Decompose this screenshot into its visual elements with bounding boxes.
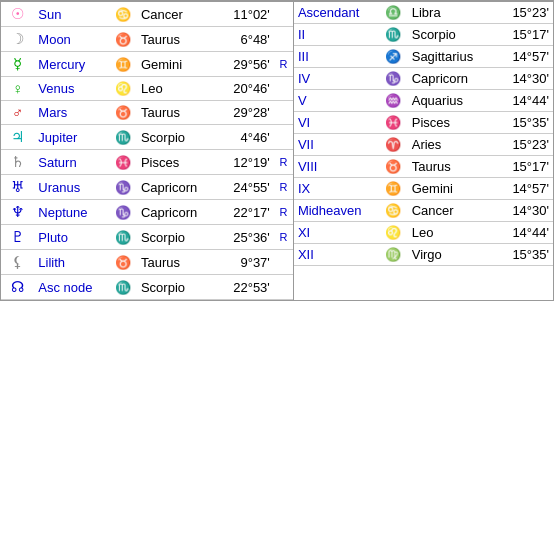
house-sign-name: Aries — [408, 134, 494, 156]
house-sign-icon: ♈ — [379, 134, 408, 156]
house-name: II — [294, 24, 379, 46]
planet-name: Mercury — [34, 52, 108, 77]
planet-name: Venus — [34, 77, 108, 101]
planet-degree: 24°55' — [214, 175, 274, 200]
planet-row: ☽ Moon ♉ Taurus 6°48' — [1, 27, 293, 52]
house-sign-name: Virgo — [408, 244, 494, 266]
house-sign-name: Libra — [408, 2, 494, 24]
planet-degree: 6°48' — [214, 27, 274, 52]
planet-icon: ♇ — [1, 225, 34, 250]
house-row: II ♏ Scorpio 15°17' — [294, 24, 553, 46]
retrograde-indicator: R — [274, 175, 293, 200]
sign-name: Taurus — [137, 27, 214, 52]
house-sign-name: Gemini — [408, 178, 494, 200]
house-degree: 15°35' — [493, 112, 553, 134]
planet-icon: ♂ — [1, 101, 34, 125]
house-name: XII — [294, 244, 379, 266]
sign-name: Leo — [137, 77, 214, 101]
house-sign-icon: ♊ — [379, 178, 408, 200]
house-degree: 15°35' — [493, 244, 553, 266]
house-row: IX ♊ Gemini 14°57' — [294, 178, 553, 200]
planet-row: ☉ Sun ♋ Cancer 11°02' — [1, 2, 293, 27]
house-degree: 14°57' — [493, 46, 553, 68]
planet-icon: ☊ — [1, 275, 34, 300]
planet-degree: 12°19' — [214, 150, 274, 175]
sign-icon: ♏ — [108, 225, 137, 250]
sign-name: Cancer — [137, 2, 214, 27]
planet-row: ♄ Saturn ♓ Pisces 12°19' R — [1, 150, 293, 175]
house-sign-name: Pisces — [408, 112, 494, 134]
house-sign-icon: ♍ — [379, 244, 408, 266]
planet-degree: 29°28' — [214, 101, 274, 125]
house-sign-name: Capricorn — [408, 68, 494, 90]
planet-name: Jupiter — [34, 125, 108, 150]
planet-icon: ☿ — [1, 52, 34, 77]
sign-name: Taurus — [137, 250, 214, 275]
house-degree: 14°44' — [493, 90, 553, 112]
house-row: XII ♍ Virgo 15°35' — [294, 244, 553, 266]
planet-name: Sun — [34, 2, 108, 27]
planet-degree: 11°02' — [214, 2, 274, 27]
planet-row: ♇ Pluto ♏ Scorpio 25°36' R — [1, 225, 293, 250]
sign-name: Pisces — [137, 150, 214, 175]
sign-icon: ♉ — [108, 27, 137, 52]
house-degree: 15°17' — [493, 24, 553, 46]
house-sign-name: Taurus — [408, 156, 494, 178]
planet-degree: 25°36' — [214, 225, 274, 250]
house-name: VI — [294, 112, 379, 134]
retrograde-indicator — [274, 77, 293, 101]
sign-icon: ♑ — [108, 175, 137, 200]
planet-icon: ♃ — [1, 125, 34, 150]
planet-row: ♂ Mars ♉ Taurus 29°28' — [1, 101, 293, 125]
house-sign-name: Sagittarius — [408, 46, 494, 68]
sign-icon: ♓ — [108, 150, 137, 175]
planet-name: Asc node — [34, 275, 108, 300]
house-row: V ♒ Aquarius 14°44' — [294, 90, 553, 112]
house-sign-icon: ♑ — [379, 68, 408, 90]
sign-name: Taurus — [137, 101, 214, 125]
sign-name: Capricorn — [137, 200, 214, 225]
sign-icon: ♉ — [108, 101, 137, 125]
retrograde-indicator — [274, 250, 293, 275]
sign-icon: ♌ — [108, 77, 137, 101]
planet-icon: ☉ — [1, 2, 34, 27]
house-sign-icon: ♌ — [379, 222, 408, 244]
house-degree: 14°30' — [493, 68, 553, 90]
house-name: Ascendant — [294, 2, 379, 24]
house-row: XI ♌ Leo 14°44' — [294, 222, 553, 244]
sign-icon: ♉ — [108, 250, 137, 275]
house-row: Ascendant ♎ Libra 15°23' — [294, 2, 553, 24]
content-row: ☉ Sun ♋ Cancer 11°02' ☽ Moon ♉ Taurus 6°… — [1, 2, 554, 301]
house-name: VIII — [294, 156, 379, 178]
planet-icon: ☽ — [1, 27, 34, 52]
house-table: Ascendant ♎ Libra 15°23' II ♏ Scorpio 15… — [294, 2, 553, 266]
planet-name: Mars — [34, 101, 108, 125]
planet-degree: 20°46' — [214, 77, 274, 101]
house-degree: 15°23' — [493, 2, 553, 24]
house-sign-icon: ♐ — [379, 46, 408, 68]
planet-name: Uranus — [34, 175, 108, 200]
house-degree: 15°23' — [493, 134, 553, 156]
house-sign-icon: ♎ — [379, 2, 408, 24]
planet-icon: ♄ — [1, 150, 34, 175]
planet-icon: ♅ — [1, 175, 34, 200]
planet-table: ☉ Sun ♋ Cancer 11°02' ☽ Moon ♉ Taurus 6°… — [1, 2, 293, 300]
planet-row: ♀ Venus ♌ Leo 20°46' — [1, 77, 293, 101]
house-row: VIII ♉ Taurus 15°17' — [294, 156, 553, 178]
sign-icon: ♏ — [108, 125, 137, 150]
house-row: Midheaven ♋ Cancer 14°30' — [294, 200, 553, 222]
planet-row: ☊ Asc node ♏ Scorpio 22°53' — [1, 275, 293, 300]
house-name: VII — [294, 134, 379, 156]
house-row: VI ♓ Pisces 15°35' — [294, 112, 553, 134]
house-sign-icon: ♏ — [379, 24, 408, 46]
planet-degree: 22°53' — [214, 275, 274, 300]
retrograde-indicator — [274, 125, 293, 150]
house-degree: 14°44' — [493, 222, 553, 244]
house-sign-name: Cancer — [408, 200, 494, 222]
main-table: ☉ Sun ♋ Cancer 11°02' ☽ Moon ♉ Taurus 6°… — [0, 0, 554, 301]
sign-icon: ♏ — [108, 275, 137, 300]
house-degree: 14°30' — [493, 200, 553, 222]
retrograde-indicator: R — [274, 225, 293, 250]
planet-degree: 4°46' — [214, 125, 274, 150]
house-name: IV — [294, 68, 379, 90]
